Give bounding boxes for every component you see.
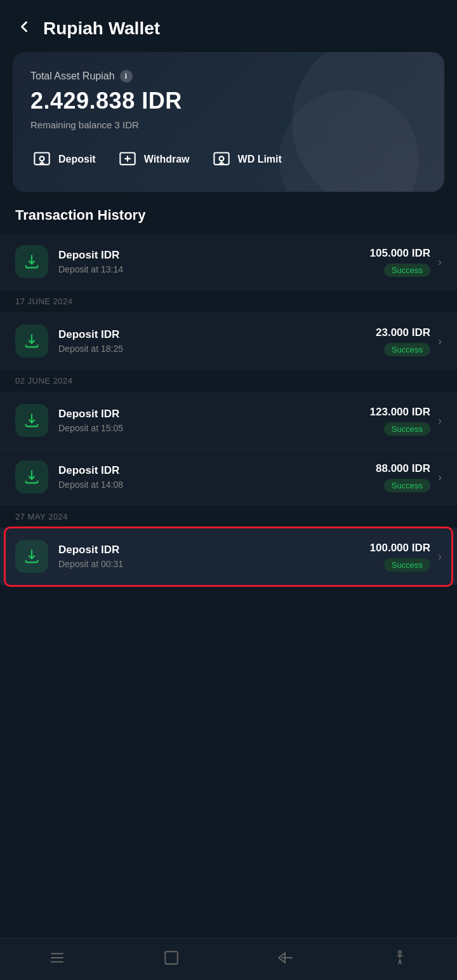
txn-status: Success — [384, 343, 430, 356]
page-title: Rupiah Wallet — [43, 18, 160, 39]
txn-title: Deposit IDR — [58, 249, 370, 262]
wallet-card: Total Asset Rupiah i 2.429.838 IDR Remai… — [13, 52, 444, 192]
txn-right: 105.000 IDR Success — [370, 247, 430, 277]
transaction-list: Deposit IDR Deposit at 13:14 105.000 IDR… — [0, 234, 457, 585]
txn-amount: 88.000 IDR — [376, 462, 430, 475]
txn-right: 100.000 IDR Success — [370, 542, 430, 572]
txn-subtitle: Deposit at 14:08 — [58, 480, 376, 490]
withdraw-label: Withdraw — [144, 154, 190, 165]
nav-back[interactable] — [265, 947, 307, 969]
chevron-right-icon: › — [438, 471, 442, 484]
txn-amount: 105.000 IDR — [370, 247, 430, 260]
txn-deposit-icon — [15, 325, 48, 358]
svg-rect-14 — [165, 951, 178, 964]
header: Rupiah Wallet — [0, 0, 457, 52]
txn-status: Success — [384, 558, 430, 572]
txn-deposit-icon — [15, 540, 48, 573]
svg-point-1 — [40, 156, 44, 161]
txn-info: Deposit IDR Deposit at 18:25 — [58, 328, 376, 354]
date-separator: 27 MAY 2024 — [0, 506, 457, 528]
txn-group-2: 17 JUNE 2024 Deposit IDR Deposit at 18:2… — [0, 290, 457, 370]
chevron-right-icon: › — [438, 255, 442, 269]
balance-amount: 2.429.838 IDR — [30, 88, 427, 114]
txn-right: 23.000 IDR Success — [376, 326, 430, 356]
info-icon[interactable]: i — [120, 70, 133, 83]
txn-subtitle: Deposit at 15:05 — [58, 423, 370, 433]
txn-deposit-icon — [15, 245, 48, 278]
nav-accessibility[interactable] — [379, 947, 421, 969]
nav-home[interactable] — [150, 947, 192, 969]
back-button[interactable] — [15, 18, 33, 39]
txn-subtitle: Deposit at 00:31 — [58, 559, 370, 569]
txn-status: Success — [384, 264, 430, 277]
txn-right: 123.000 IDR Success — [370, 406, 430, 436]
deposit-icon — [30, 148, 53, 171]
txn-item[interactable]: Deposit IDR Deposit at 15:05 123.000 IDR… — [0, 393, 457, 449]
wd-limit-label: WD Limit — [238, 154, 282, 165]
wd-limit-action[interactable]: WD Limit — [210, 148, 282, 171]
deposit-action[interactable]: Deposit — [30, 148, 96, 171]
txn-status: Success — [384, 479, 430, 492]
txn-item[interactable]: Deposit IDR Deposit at 13:14 105.000 IDR… — [0, 234, 457, 290]
txn-item-highlighted[interactable]: Deposit IDR Deposit at 00:31 100.000 IDR… — [0, 528, 457, 585]
txn-group-3: 02 JUNE 2024 Deposit IDR Deposit at 15:0… — [0, 370, 457, 506]
txn-amount: 123.000 IDR — [370, 406, 430, 419]
txn-status: Success — [384, 422, 430, 436]
txn-info: Deposit IDR Deposit at 00:31 — [58, 544, 370, 569]
txn-group-4: 27 MAY 2024 Deposit IDR Deposit at 00:31 — [0, 506, 457, 585]
card-actions: Deposit Withdraw — [30, 148, 427, 171]
txn-title: Deposit IDR — [58, 408, 370, 420]
chevron-right-icon: › — [438, 550, 442, 563]
txn-amount: 23.000 IDR — [376, 326, 430, 339]
remaining-balance: Remaining balance 3 IDR — [30, 119, 427, 130]
txn-title: Deposit IDR — [58, 328, 376, 341]
section-title: Transaction History — [0, 207, 457, 234]
txn-title: Deposit IDR — [58, 544, 370, 556]
txn-info: Deposit IDR Deposit at 15:05 — [58, 408, 370, 433]
nav-menu[interactable] — [36, 947, 78, 969]
txn-deposit-icon — [15, 404, 48, 437]
bottom-nav — [0, 937, 457, 980]
wd-limit-icon — [210, 148, 233, 171]
txn-amount: 100.000 IDR — [370, 542, 430, 554]
txn-item-highlighted-wrapper: Deposit IDR Deposit at 00:31 100.000 IDR… — [0, 528, 457, 585]
txn-group-1: Deposit IDR Deposit at 13:14 105.000 IDR… — [0, 234, 457, 290]
txn-info: Deposit IDR Deposit at 13:14 — [58, 249, 370, 274]
svg-point-8 — [219, 156, 223, 161]
date-separator: 02 JUNE 2024 — [0, 370, 457, 393]
total-asset-label: Total Asset Rupiah i — [30, 70, 427, 83]
txn-item[interactable]: Deposit IDR Deposit at 18:25 23.000 IDR … — [0, 313, 457, 370]
txn-subtitle: Deposit at 13:14 — [58, 264, 370, 274]
txn-right: 88.000 IDR Success — [376, 462, 430, 492]
withdraw-action[interactable]: Withdraw — [116, 148, 190, 171]
txn-title: Deposit IDR — [58, 464, 376, 477]
withdraw-icon — [116, 148, 139, 171]
txn-item[interactable]: Deposit IDR Deposit at 14:08 88.000 IDR … — [0, 449, 457, 506]
txn-deposit-icon — [15, 460, 48, 493]
date-separator: 17 JUNE 2024 — [0, 290, 457, 313]
txn-info: Deposit IDR Deposit at 14:08 — [58, 464, 376, 490]
txn-subtitle: Deposit at 18:25 — [58, 344, 376, 354]
deposit-label: Deposit — [58, 154, 96, 165]
svg-point-17 — [399, 951, 401, 953]
chevron-right-icon: › — [438, 414, 442, 427]
chevron-right-icon: › — [438, 335, 442, 348]
